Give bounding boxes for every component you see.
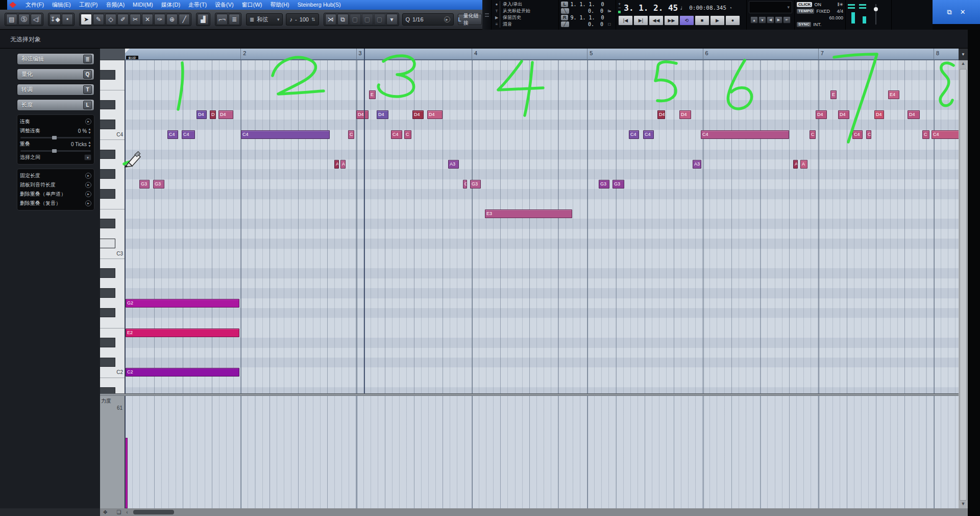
stop-button[interactable]: ■ [695, 15, 709, 26]
spinner-icon[interactable]: ⇅ [311, 17, 315, 22]
length-row-1[interactable]: 调整连奏0 %▲▼ [20, 126, 91, 135]
midi-note[interactable]: C4 [241, 130, 330, 139]
midi-note[interactable]: G3 [599, 180, 609, 189]
menu-item-1[interactable]: 编辑(E) [48, 0, 75, 10]
goto-end-button[interactable]: ▶| [633, 15, 648, 26]
midi-note[interactable]: C4 [629, 130, 639, 139]
black-key[interactable] [100, 268, 115, 277]
zoom-tool[interactable]: ⊕ [166, 14, 178, 25]
folder-icon[interactable]: ❏ [116, 509, 121, 515]
midi-note[interactable]: D4 [838, 110, 849, 119]
parameter-slider[interactable] [20, 135, 91, 139]
parameter-slider[interactable] [20, 149, 91, 153]
vertical-scroll-thumb[interactable] [960, 69, 967, 501]
timeline-ruler[interactable]: 和弦 2345678 [125, 49, 959, 60]
horizontal-scrollbar[interactable]: ✥ ❏ ‹ [100, 508, 968, 516]
midi-note[interactable]: G3 [139, 180, 150, 189]
locator-row-0[interactable]: L1. 1. 1. 0 [561, 1, 614, 8]
midi-note[interactable]: E3 [485, 209, 572, 218]
black-key[interactable] [100, 120, 115, 129]
midi-note[interactable]: C [810, 130, 816, 139]
slider-handle[interactable] [52, 136, 57, 139]
midi-note[interactable]: C [922, 130, 929, 139]
menu-item-6[interactable]: 走带(T) [184, 0, 211, 10]
record-option-0[interactable]: ●录入/录出 [494, 1, 556, 8]
primary-time-module[interactable]: +− 3. 1. 2. 45 ♩ 0:00:08.345 ◔ |◀▶|◀◀▶▶⟲… [616, 0, 747, 30]
nudge-bar-icon[interactable]: ↞ [783, 16, 791, 24]
function-row-0[interactable]: 固定长度▸ [20, 171, 91, 180]
nudge-up-icon[interactable]: ▲ [750, 16, 758, 24]
transport-drag-handle[interactable] [482, 0, 492, 30]
function-row-3[interactable]: 删除重叠（复音）▸ [20, 199, 91, 208]
midi-note[interactable]: C [348, 130, 354, 139]
midi-note[interactable]: D4 [874, 110, 884, 119]
midi-note[interactable]: D4 [218, 110, 233, 119]
velocity-bar[interactable] [125, 438, 128, 508]
cycle-button[interactable]: ⟲ [679, 15, 694, 26]
midi-note[interactable]: D4 [816, 110, 827, 119]
draw-tool[interactable]: ✎ [93, 14, 104, 25]
sync-label[interactable]: SYNC [797, 22, 811, 27]
midi-note[interactable]: A3 [448, 160, 459, 169]
midi-note[interactable]: G3 [153, 180, 164, 189]
apply-icon[interactable]: ▸ [85, 182, 91, 188]
record-pitch-icon[interactable]: ▢ [350, 14, 361, 25]
black-key[interactable] [100, 70, 115, 79]
click-tempo-module[interactable]: CLICKON‖✳ TEMPOFIXED4/4 60.000 SYNCINT. [795, 0, 846, 30]
trim-tool[interactable]: ✐ [117, 14, 129, 25]
move-handle-icon[interactable]: ✥ [103, 509, 107, 515]
apply-icon[interactable]: ▸ [85, 191, 91, 197]
inspector-section-2[interactable]: 转调T [17, 84, 94, 96]
midi-note[interactable]: E [830, 90, 837, 99]
record-mode-module[interactable]: ●录入/录出T从光标处开始▶保留历史≡混音 [492, 0, 559, 30]
value-spinner[interactable]: ▲▼ [88, 140, 91, 148]
object-selection-tool[interactable]: ➤ [81, 14, 92, 25]
menu-item-8[interactable]: 窗口(W) [238, 0, 266, 10]
click-label[interactable]: CLICK [797, 2, 812, 7]
black-key[interactable] [100, 189, 115, 198]
midi-note[interactable]: A [793, 160, 798, 169]
black-key[interactable] [100, 338, 115, 347]
menu-item-7[interactable]: 设备(V) [211, 0, 238, 10]
midi-note[interactable]: D4 [412, 110, 424, 119]
length-row-3[interactable]: 重叠0 Ticks▲▼ [20, 139, 91, 149]
function-row-1[interactable]: 踏板到音符长度▸ [20, 180, 91, 190]
locator-row-3[interactable]: ╱0. 0□ [561, 21, 614, 28]
slider-handle[interactable] [52, 149, 57, 153]
midi-note[interactable]: C2 [126, 368, 239, 377]
menu-item-4[interactable]: MIDI(M) [129, 0, 157, 10]
inspector-section-0[interactable]: 和弦编辑≣ [17, 53, 94, 65]
erase-tool[interactable]: ◇ [105, 14, 116, 25]
black-key[interactable] [100, 150, 115, 159]
midi-input-icon[interactable]: ⧉ [337, 14, 349, 25]
nudge-down-icon[interactable]: ▼ [758, 16, 766, 24]
zoom-preset-button[interactable]: ▼ [959, 49, 968, 60]
midi-note[interactable]: A [334, 160, 339, 169]
quantize-link-button[interactable]: L 量化链接 [458, 14, 482, 25]
inspector-section-3[interactable]: 长度L [17, 99, 94, 111]
inspector-section-1[interactable]: 量化Q [17, 68, 94, 80]
menu-item-2[interactable]: 工程(P) [75, 0, 102, 10]
record-noteoff-icon[interactable]: ▢ [374, 14, 385, 25]
apply-icon[interactable]: ▸ [85, 173, 91, 179]
quantize-preset-select[interactable]: Q 1/16 ▸ [402, 13, 454, 26]
midi-note[interactable]: C [404, 130, 411, 139]
black-key[interactable] [100, 387, 115, 393]
apply-quantize-icon[interactable]: ▸ [444, 16, 450, 22]
black-key[interactable] [100, 239, 115, 248]
apply-icon[interactable]: ▸ [85, 200, 91, 206]
menu-item-10[interactable]: Steinberg Hub(S) [293, 0, 345, 10]
midi-note[interactable]: D4 [679, 110, 691, 119]
record-option-1[interactable]: T从光标处开始 [494, 8, 556, 14]
nudge-left-icon[interactable]: ◀ [767, 16, 774, 24]
indicate-transpositions-icon[interactable]: ▟ [198, 14, 209, 25]
black-key[interactable] [100, 100, 115, 109]
scroll-left-icon[interactable]: ‹ [126, 509, 128, 515]
setup-window-layout-icon[interactable]: ▤ [6, 14, 17, 25]
forward-button[interactable]: ▶▶ [664, 15, 679, 26]
midi-note[interactable]: C4 [643, 130, 654, 139]
midi-note[interactable]: D4 [427, 110, 443, 119]
midi-note[interactable]: C [866, 130, 871, 139]
menu-item-3[interactable]: 音频(A) [102, 0, 129, 10]
horizontal-scroll-thumb[interactable] [133, 510, 174, 514]
